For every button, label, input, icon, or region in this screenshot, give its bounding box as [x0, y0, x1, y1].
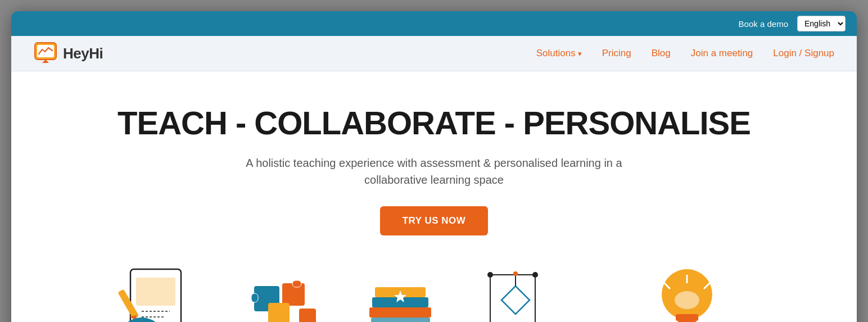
svg-rect-12 — [292, 280, 301, 287]
svg-point-25 — [532, 272, 538, 278]
hero-section: TEACH - COLLABORATE - PERSONALISE A holi… — [11, 71, 857, 322]
svg-rect-4 — [136, 278, 175, 306]
hero-title: TEACH - COLLABORATE - PERSONALISE — [34, 105, 834, 141]
svg-rect-31 — [676, 314, 698, 321]
svg-point-36 — [675, 291, 699, 309]
svg-point-29 — [513, 271, 518, 276]
logo-text: HeyHi — [63, 45, 103, 62]
nav-links: Solutions ▾ Pricing Blog Join a meeting … — [536, 48, 834, 59]
svg-rect-16 — [369, 307, 431, 318]
language-select[interactable]: English 中文 Bahasa 日本語 — [797, 16, 846, 31]
nav-blog[interactable]: Blog — [652, 48, 671, 59]
nav-login-signup[interactable]: Login / Signup — [773, 48, 834, 59]
top-bar: Book a demo English 中文 Bahasa 日本語 — [11, 11, 857, 36]
hero-subtitle: A holistic teaching experience with asse… — [243, 155, 625, 188]
svg-rect-18 — [371, 318, 430, 322]
hero-illustration — [34, 258, 834, 322]
chevron-down-icon: ▾ — [578, 49, 582, 58]
svg-point-24 — [487, 272, 493, 278]
book-demo-link[interactable]: Book a demo — [739, 19, 788, 29]
nav-join-meeting[interactable]: Join a meeting — [691, 48, 753, 59]
browser-window: Book a demo English 中文 Bahasa 日本語 HeyHi … — [11, 11, 857, 322]
svg-rect-13 — [268, 303, 290, 322]
nav-bar: HeyHi Solutions ▾ Pricing Blog Join a me… — [11, 36, 857, 71]
try-us-now-button[interactable]: TRY US NOW — [380, 206, 489, 235]
logo-icon — [34, 42, 57, 65]
illustration-svg — [34, 258, 834, 322]
svg-rect-10 — [251, 293, 258, 302]
nav-pricing[interactable]: Pricing — [602, 48, 631, 59]
nav-solutions[interactable]: Solutions ▾ — [536, 48, 582, 59]
svg-rect-14 — [299, 309, 316, 322]
logo-area: HeyHi — [34, 42, 103, 65]
